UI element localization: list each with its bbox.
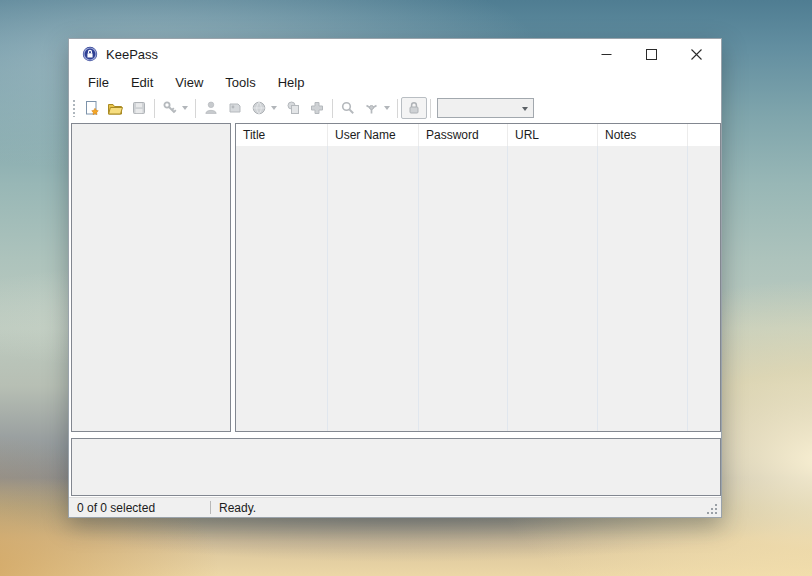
keepass-window: KeePass xyxy=(68,38,722,518)
quick-search-combobox[interactable] xyxy=(437,98,534,118)
selection-status: 0 of 0 selected xyxy=(69,501,210,515)
toolbar-separator xyxy=(332,99,333,118)
toolbar xyxy=(69,95,721,121)
menu-view[interactable]: View xyxy=(164,71,214,94)
column-divider xyxy=(327,146,328,431)
maximize-button[interactable] xyxy=(629,39,674,69)
auto-type-button[interactable] xyxy=(305,97,329,119)
new-database-icon xyxy=(83,100,100,117)
open-folder-icon xyxy=(107,100,124,117)
open-database-button[interactable] xyxy=(103,97,127,119)
toolbar-separator xyxy=(397,99,398,118)
column-header-url[interactable]: URL xyxy=(508,124,598,146)
entry-detail-panel xyxy=(71,438,721,496)
title-bar[interactable]: KeePass xyxy=(69,39,721,69)
lock-icon xyxy=(406,100,422,116)
key-search-icon xyxy=(364,100,380,116)
column-header-password[interactable]: Password xyxy=(419,124,508,146)
chevron-down-icon xyxy=(384,106,390,110)
copy-username-button[interactable] xyxy=(199,97,223,119)
toolbar-grip[interactable] xyxy=(72,99,77,117)
column-header-username[interactable]: User Name xyxy=(328,124,419,146)
desktop-wallpaper: KeePass xyxy=(0,0,812,576)
minimize-icon xyxy=(601,49,612,60)
minimize-button[interactable] xyxy=(584,39,629,69)
user-icon xyxy=(203,100,219,116)
chevron-down-icon xyxy=(271,106,277,110)
column-divider xyxy=(418,146,419,431)
column-divider xyxy=(687,146,688,431)
find-options-button[interactable] xyxy=(360,97,394,119)
maximize-icon xyxy=(646,49,657,60)
lock-workspace-button[interactable] xyxy=(401,97,427,119)
copy-icon xyxy=(285,100,301,116)
globe-icon xyxy=(251,100,267,116)
save-disk-icon xyxy=(131,100,147,116)
column-divider xyxy=(597,146,598,431)
entry-list-panel[interactable]: Title User Name Password URL Notes xyxy=(235,123,721,432)
copy-entry-button[interactable] xyxy=(281,97,305,119)
password-tag-icon xyxy=(227,100,243,116)
keepass-app-icon xyxy=(82,46,98,62)
group-tree-panel[interactable] xyxy=(71,123,231,432)
close-icon xyxy=(691,49,702,60)
menu-bar: File Edit View Tools Help xyxy=(69,69,721,95)
toolbar-separator xyxy=(195,99,196,118)
new-database-button[interactable] xyxy=(79,97,103,119)
search-icon xyxy=(340,100,356,116)
menu-help[interactable]: Help xyxy=(267,71,316,94)
menu-tools[interactable]: Tools xyxy=(214,71,266,94)
find-button[interactable] xyxy=(336,97,360,119)
ready-status: Ready. xyxy=(211,501,706,515)
menu-edit[interactable]: Edit xyxy=(120,71,164,94)
open-url-button[interactable] xyxy=(247,97,281,119)
window-title: KeePass xyxy=(106,47,158,62)
chevron-down-icon xyxy=(182,106,188,110)
close-button[interactable] xyxy=(674,39,719,69)
column-header-notes[interactable]: Notes xyxy=(598,124,688,146)
entry-list-header: Title User Name Password URL Notes xyxy=(236,124,720,146)
toolbar-separator xyxy=(154,99,155,118)
plus-blocks-icon xyxy=(309,100,325,116)
add-entry-button[interactable] xyxy=(158,97,192,119)
key-icon xyxy=(162,100,178,116)
resize-grip[interactable] xyxy=(706,503,720,517)
status-bar: 0 of 0 selected Ready. xyxy=(69,497,721,517)
toolbar-separator xyxy=(430,99,431,118)
quick-search-input[interactable] xyxy=(438,100,524,116)
column-header-title[interactable]: Title xyxy=(236,124,328,146)
column-header-filler xyxy=(688,124,720,146)
copy-password-button[interactable] xyxy=(223,97,247,119)
menu-file[interactable]: File xyxy=(77,71,120,94)
column-divider xyxy=(507,146,508,431)
save-database-button[interactable] xyxy=(127,97,151,119)
chevron-down-icon xyxy=(522,107,528,111)
